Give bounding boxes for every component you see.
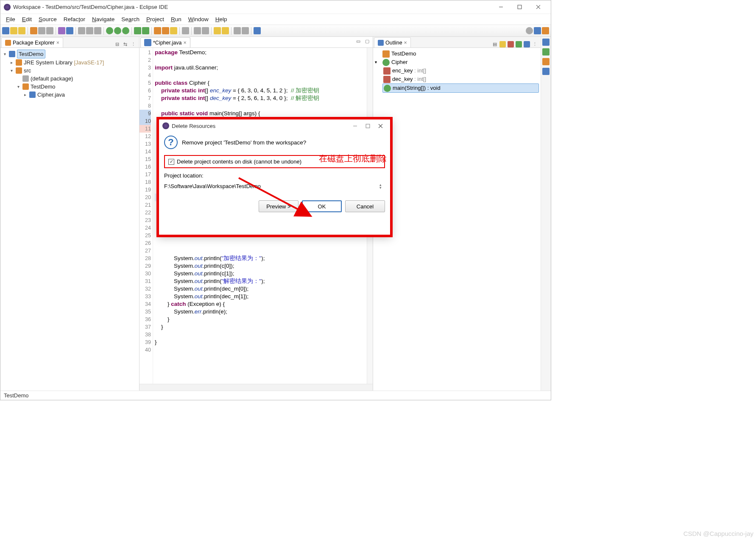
back-icon[interactable] [214,27,221,34]
menu-window[interactable]: Window [185,15,212,23]
toolbar-icon[interactable] [2,27,9,34]
package-icon [22,75,29,82]
outline-class[interactable]: Cipher [391,58,407,67]
editor-tab[interactable]: *Cipher.java × [140,37,190,47]
default-package-node[interactable]: (default package) [31,75,73,83]
preview-button[interactable]: Preview > [259,200,298,212]
outline-field-enc[interactable]: enc_key : int[] [392,67,426,75]
side-icon[interactable] [542,48,550,55]
project-node[interactable]: TestDemo [17,50,45,58]
project-location-value: F:\Software\Java\Workspace\TestDemo [164,183,261,189]
dialog-title: Delete Resources [172,123,215,129]
toolbar-icon[interactable] [38,27,45,34]
src-node[interactable]: src [24,67,31,75]
close-button[interactable] [529,1,547,14]
maximize-view-icon[interactable]: ▢ [364,38,370,44]
run-icon[interactable] [114,27,121,34]
filter-icon[interactable] [524,41,530,47]
view-menu-icon[interactable]: ⋮ [130,41,137,47]
pin-icon[interactable] [254,27,261,34]
debug-icon[interactable] [106,27,113,34]
sort-icon[interactable]: ▤ [491,41,498,47]
view-menu-icon[interactable]: ⋮ [532,41,538,47]
jre-node[interactable]: JRE System Library [JavaSE-17] [24,58,104,67]
toolbar-icon[interactable] [134,27,141,34]
menu-search[interactable]: Search [118,15,142,23]
toolbar-icon[interactable] [78,27,85,34]
toolbar-icon[interactable] [194,27,201,34]
annotation-text: 在磁盘上彻底删除 [319,153,387,164]
package-icon [382,50,390,58]
menu-file[interactable]: File [3,15,18,23]
toolbar-icon[interactable] [182,27,189,34]
toolbar-icon[interactable] [154,27,161,34]
eclipse-icon [162,122,169,129]
toolbar-icon[interactable] [30,27,37,34]
outline-view: Outline × ▤ ⋮ TestDemo ▾Cipher enc_key :… [373,37,541,391]
svg-rect-5 [366,124,370,128]
menu-source[interactable]: Source [36,15,60,23]
toolbar-icon[interactable] [58,27,65,34]
perspective-icon[interactable] [534,27,541,34]
menu-help[interactable]: Help [212,15,230,23]
close-icon[interactable]: × [56,40,59,46]
close-icon[interactable]: × [183,40,186,46]
toolbar-icon[interactable] [66,27,73,34]
close-icon[interactable]: × [404,40,407,46]
outline-method-main[interactable]: main(String[]) : void [393,84,441,92]
filter-icon[interactable] [508,41,514,47]
menu-navigate[interactable]: Navigate [89,15,117,23]
link-editor-icon[interactable]: ⇆ [122,41,128,47]
class-icon [382,59,390,66]
dialog-minimize-button[interactable] [349,121,361,131]
src-folder-icon [16,67,22,74]
toolbar-icon[interactable] [142,27,149,34]
toolbar-icon[interactable] [170,27,177,34]
outline-field-dec[interactable]: dec_key : int[] [392,75,426,83]
ok-button[interactable]: OK [302,200,342,212]
menu-edit[interactable]: Edit [19,15,35,23]
toolbar-icon[interactable] [46,27,53,34]
maximize-button[interactable] [510,1,529,14]
outline-title: Outline [385,40,402,46]
dialog-titlebar[interactable]: Delete Resources [159,119,390,132]
java-perspective-icon[interactable] [542,27,549,34]
package-explorer-view: Package Explorer × ⊟ ⇆ ⋮ ▾TestDemo ▸JRE … [0,37,139,391]
filter-icon[interactable] [516,41,522,47]
dialog-maximize-button[interactable] [361,121,374,131]
menu-refactor[interactable]: Refactor [61,15,88,23]
side-icon[interactable] [542,68,550,75]
forward-icon[interactable] [222,27,229,34]
save-all-icon[interactable] [18,27,25,34]
toolbar-icon[interactable] [94,27,101,34]
java-file-node[interactable]: Cipher.java [37,91,65,99]
collapse-all-icon[interactable]: ⊟ [114,41,120,47]
side-icon[interactable] [542,39,550,46]
side-icon[interactable] [542,58,550,65]
outline-tab[interactable]: Outline × [374,37,411,47]
checkbox-label: Delete project contents on disk (cannot … [177,158,301,165]
menu-run[interactable]: Run [168,15,184,23]
toolbar-icon[interactable] [202,27,209,34]
outline-package[interactable]: TestDemo [391,50,416,58]
cancel-button[interactable]: Cancel [345,200,385,212]
java-file-icon [29,92,36,98]
package-node[interactable]: TestDemo [31,83,56,91]
search-icon[interactable] [526,27,533,34]
dialog-close-button[interactable] [374,121,387,131]
stepper-icon[interactable]: ▴▾ [377,183,383,189]
toolbar-icon[interactable] [242,27,249,34]
filter-icon[interactable] [499,41,506,47]
menu-project[interactable]: Project [143,15,167,23]
toolbar-icon[interactable] [234,27,241,34]
minimize-button[interactable] [491,1,510,14]
toolbar-icon[interactable] [86,27,93,34]
save-icon[interactable] [10,27,17,34]
checkbox-icon[interactable]: ✓ [168,159,174,165]
editor-gutter[interactable]: 1234567891011121314151617181920212223242… [139,48,153,384]
toolbar-icon[interactable] [162,27,169,34]
horizontal-scrollbar[interactable] [139,384,373,391]
minimize-view-icon[interactable]: ▭ [355,38,361,44]
package-explorer-tab[interactable]: Package Explorer × [1,37,63,47]
coverage-icon[interactable] [122,27,129,34]
